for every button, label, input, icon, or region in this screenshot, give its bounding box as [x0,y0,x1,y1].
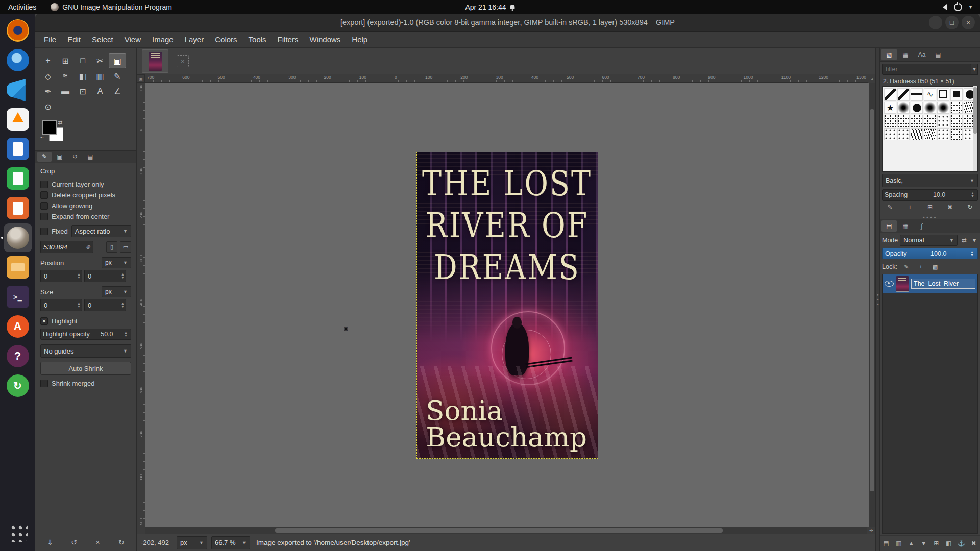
brush-item[interactable] [950,102,963,114]
brush-item[interactable] [950,115,963,127]
window-titlebar[interactable]: [export] (exported)-1.0 (RGB color 8-bit… [35,14,980,32]
position-x-spinbox[interactable]: 0 ▲▼ [40,270,82,282]
menu-item[interactable]: Tools [243,33,272,46]
opacity-slider[interactable]: Opacity 100.0 ▲▼ [882,248,978,259]
brush-item[interactable] [937,115,949,127]
status-unit-dropdown[interactable]: px ▼ [177,536,207,549]
dock-gimp-icon[interactable] [4,223,32,252]
lock-alpha-button[interactable]: ▩ [929,262,941,272]
reset-tool-options-button[interactable]: ↻ [114,536,129,548]
dock-browser-icon[interactable] [4,46,32,74]
save-tool-preset-button[interactable]: ⇓ [42,536,58,548]
horizontal-scrollbar-thumb[interactable] [275,528,723,533]
foreground-color-swatch[interactable] [42,120,57,135]
crop-option-row[interactable]: Delete cropped pixels [40,190,131,201]
spinner-arrows-icon[interactable]: ▲▼ [121,302,126,308]
dock-drag-handle[interactable]: ●●●● [880,214,980,219]
tab-fonts[interactable]: Aa [914,49,929,60]
dock-firefox-icon[interactable] [4,16,32,45]
brush-item[interactable] [884,88,896,101]
dock-impress-icon[interactable] [4,194,32,222]
brush-item[interactable] [911,88,923,101]
layer-row[interactable]: The_Lost_River [883,274,977,293]
crop-option-row[interactable]: Expand from center [40,211,131,222]
dock-vscode-icon[interactable] [4,76,32,104]
brush-item[interactable] [884,102,896,114]
horizontal-scrollbar[interactable] [145,527,867,534]
raise-layer-button[interactable]: ▲ [905,538,917,549]
warp-transform-tool[interactable]: ≈ [57,68,74,84]
mode-switch-button[interactable]: ⇄ [960,235,969,245]
tab-document-history[interactable]: ▤ [930,49,946,60]
tab-undo-history[interactable]: ↺ [68,152,82,162]
menu-item[interactable]: Select [86,33,119,46]
menu-item[interactable]: Filters [272,33,304,46]
guides-dropdown[interactable]: No guides ▼ [40,344,131,358]
landscape-orientation-button[interactable]: ▭ [120,241,131,253]
duplicate-brush-button[interactable]: ⊞ [923,202,937,212]
brush-scrollbar[interactable] [973,86,977,171]
new-layer-button[interactable]: ▤ [880,538,892,549]
checkbox[interactable] [40,213,48,220]
brush-item[interactable] [911,128,923,140]
position-unit-dropdown[interactable]: px ▼ [102,257,131,268]
refresh-brushes-button[interactable]: ↻ [963,202,977,212]
color-swatch-widget[interactable]: ⇄ ▪▫ [42,120,78,145]
layer-mode-dropdown[interactable]: Normal ▼ [900,235,958,246]
spacing-slider[interactable]: Spacing 10.0 ▲▼ [882,189,978,201]
dock-writer-icon[interactable] [4,135,32,163]
menu-item[interactable]: File [38,33,62,46]
edit-brush-button[interactable]: ✎ [883,202,897,212]
dock-terminal-icon[interactable]: >_ [4,283,32,311]
free-select-tool[interactable]: ✂ [91,53,109,68]
brush-item[interactable] [884,115,896,127]
brush-scrollbar-thumb[interactable] [973,87,977,134]
text-tool[interactable]: A [91,84,109,99]
dock-calc-icon[interactable] [4,164,32,193]
tab-channels[interactable]: ▦ [898,220,913,232]
brush-filter-input[interactable] [882,64,971,75]
measure-tool[interactable]: ∠ [109,84,126,99]
move-tool[interactable]: + [39,53,57,68]
canvas[interactable]: THE LOST RIVER OF DREAMS Sonia Beauchamp… [145,83,869,527]
canvas-menu-icon[interactable]: ◂ [868,74,875,83]
layer-name-entry[interactable]: The_Lost_River [911,279,975,289]
gradient-tool[interactable]: ▥ [91,68,109,84]
crop-option-row[interactable]: Allow growing [40,201,131,211]
dock-help-icon[interactable]: ? [4,342,32,370]
dock-software-icon[interactable]: A [4,312,32,341]
menu-item[interactable]: View [119,33,146,46]
new-group-button[interactable]: ▥ [893,538,904,549]
brush-item[interactable] [897,115,910,127]
brush-group-dropdown[interactable]: Basic, ▼ [882,174,978,187]
brush-item[interactable] [950,128,963,140]
crop-option-row[interactable]: Current layer only [40,179,131,190]
aspect-ratio-entry[interactable]: 530:894 ⊗ [40,241,93,253]
brush-item[interactable] [924,115,936,127]
delete-tool-preset-button[interactable]: × [90,536,105,548]
portrait-orientation-button[interactable]: ▯ [106,241,117,253]
brush-item[interactable] [924,102,936,114]
delete-layer-button[interactable]: ✖ [968,538,979,549]
dock-updater-icon[interactable]: ↻ [4,371,32,400]
rectangle-select-tool[interactable]: □ [74,53,91,68]
dock-files-icon[interactable] [4,253,32,282]
spinner-arrows-icon[interactable]: ▲▼ [971,192,975,198]
fixed-checkbox[interactable] [40,228,48,235]
left-ruler[interactable]: 1000100200300400500600700800900 [137,83,145,527]
menu-item[interactable]: Edit [62,33,86,46]
spinner-arrows-icon[interactable]: ▲▼ [970,251,975,257]
clone-tool[interactable]: ⊡ [74,84,91,99]
menu-item[interactable]: Colors [209,33,242,46]
reset-colors-icon[interactable]: ▪▫ [40,135,43,140]
checkbox[interactable] [40,202,48,210]
bucket-fill-tool[interactable]: ◧ [74,68,91,84]
close-button[interactable]: × [962,16,975,29]
brush-item[interactable] [950,88,963,101]
zoom-tool[interactable]: ⊙ [39,99,57,114]
brush-item[interactable] [884,128,896,140]
anchor-button[interactable]: ⚓ [955,538,967,549]
duplicate-layer-button[interactable]: ⊞ [930,538,942,549]
checkbox[interactable] [40,191,48,199]
top-ruler[interactable]: 7006005004003002001000100200300400500600… [145,74,868,83]
